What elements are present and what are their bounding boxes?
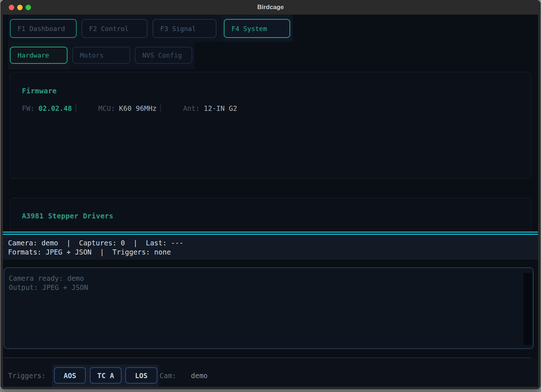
stepper-drivers-panel: A3981 Stepper Drivers bbox=[10, 198, 531, 233]
tab-label: F1 Dashboard bbox=[18, 25, 65, 32]
trigger-los-button[interactable]: LOS bbox=[125, 367, 157, 384]
status-line-1: Camera: demo | Captures: 0 | Last: --- bbox=[8, 238, 538, 248]
button-label: TC A bbox=[97, 372, 114, 380]
ant-label: Ant: bbox=[183, 104, 200, 112]
mcu-label: MCU: bbox=[98, 104, 115, 112]
firmware-panel-title: Firmware bbox=[22, 87, 57, 95]
status-line-2: Formats: JPEG + JSON | Triggers: none bbox=[8, 248, 538, 257]
app-window: Birdcage F1 Dashboard F2 Control F3 Sign… bbox=[0, 0, 541, 389]
triggers-label: Triggers: bbox=[8, 372, 46, 380]
subtab-label: Hardware bbox=[18, 51, 49, 59]
tab-f1-dashboard[interactable]: F1 Dashboard bbox=[10, 19, 77, 38]
trigger-tc-a-button[interactable]: TC A bbox=[90, 367, 122, 384]
field-separator: │ bbox=[74, 104, 78, 112]
subtab-label: NVS Config bbox=[142, 51, 182, 59]
fw-value: 02.02.48 bbox=[38, 104, 72, 112]
subtab-label: Motors bbox=[80, 51, 104, 59]
tab-label: F3 Signal bbox=[160, 25, 196, 32]
tab-label: F2 Control bbox=[89, 25, 128, 32]
button-label: LOS bbox=[135, 372, 147, 380]
tab-label: F4 System bbox=[231, 25, 267, 32]
stepper-panel-title: A3981 Stepper Drivers bbox=[22, 212, 114, 220]
window-title: Birdcage bbox=[0, 0, 541, 15]
field-separator: │ bbox=[158, 104, 162, 112]
cam-value: demo bbox=[191, 372, 208, 380]
button-label: AOS bbox=[64, 372, 76, 380]
tab-f2-control[interactable]: F2 Control bbox=[81, 19, 147, 38]
log-scrollbar[interactable] bbox=[523, 273, 532, 345]
log-text: Camera ready: demo Output: JPEG + JSON bbox=[9, 274, 88, 292]
cam-label: Cam: bbox=[160, 372, 176, 380]
tab-f4-system[interactable]: F4 System bbox=[224, 19, 290, 38]
subtab-hardware[interactable]: Hardware bbox=[10, 47, 68, 64]
subtab-motors[interactable]: Motors bbox=[72, 47, 130, 64]
ant-value: 12-IN G2 bbox=[204, 104, 237, 112]
app-content: F1 Dashboard F2 Control F3 Signal F4 Sys… bbox=[3, 15, 538, 387]
split-divider[interactable] bbox=[3, 231, 538, 236]
subtab-nvs-config[interactable]: NVS Config bbox=[135, 47, 192, 64]
mcu-value: K60 96MHz bbox=[119, 104, 157, 112]
firmware-panel: Firmware FW: 02.02.48 │ MCU: K60 96MHz │… bbox=[10, 72, 531, 179]
firmware-info-row: FW: 02.02.48 │ MCU: K60 96MHz │ Ant: 12-… bbox=[22, 104, 237, 112]
log-line: Camera ready: demo bbox=[9, 274, 88, 283]
fw-label: FW: bbox=[22, 104, 34, 112]
trigger-aos-button[interactable]: AOS bbox=[54, 367, 86, 384]
titlebar[interactable]: Birdcage bbox=[0, 0, 541, 15]
log-line: Output: JPEG + JSON bbox=[9, 283, 88, 292]
divider-line bbox=[3, 234, 538, 235]
tab-f3-signal[interactable]: F3 Signal bbox=[153, 19, 216, 38]
log-panel[interactable]: Camera ready: demo Output: JPEG + JSON bbox=[4, 267, 534, 349]
camera-status-bar: Camera: demo | Captures: 0 | Last: --- F… bbox=[3, 236, 538, 260]
trigger-bar: Triggers: AOS TC A LOS Cam: demo bbox=[3, 358, 538, 387]
divider-line bbox=[3, 232, 538, 233]
